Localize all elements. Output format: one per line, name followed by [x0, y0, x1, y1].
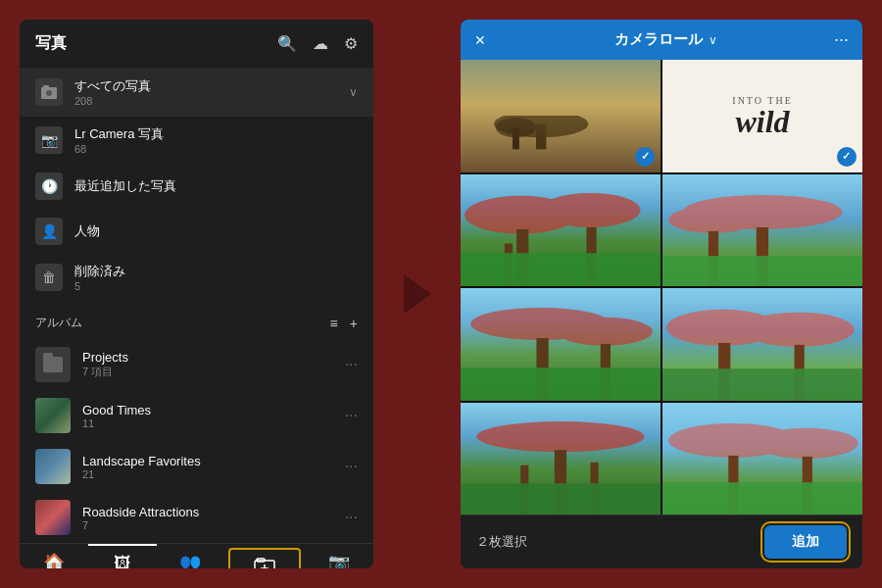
right-title-area: カメラロール ∨ — [498, 30, 834, 49]
photo-cell-wild[interactable]: INTO THE wild ✓ — [662, 60, 862, 172]
projects-count: 7 項目 — [82, 365, 345, 379]
landscape-label: Landscape Favorites — [82, 454, 345, 468]
roadside-more-icon[interactable]: ··· — [345, 509, 358, 526]
all-photos-text: すべての写真 208 — [74, 77, 349, 107]
camera-roll-title: カメラロール — [614, 30, 703, 49]
library-item-recent[interactable]: 🕐 最近追加した写真 — [20, 164, 373, 209]
svg-rect-31 — [662, 368, 862, 400]
nav-camera[interactable]: 📷 カメラ — [305, 544, 373, 568]
photo-grid: ✓ INTO THE wild ✓ — [461, 60, 862, 514]
svg-rect-1 — [43, 85, 49, 88]
album-thumb-goodtimes — [35, 398, 71, 433]
svg-point-23 — [557, 318, 653, 346]
photo-cell-tree6[interactable] — [662, 403, 862, 515]
svg-point-2 — [46, 90, 52, 96]
svg-rect-36 — [461, 483, 661, 514]
album-thumb-landscape — [35, 449, 71, 484]
nav-home[interactable]: 🏠 ホーム — [20, 544, 88, 568]
deleted-count: 5 — [74, 280, 358, 292]
svg-rect-21 — [662, 256, 862, 286]
goodtimes-text: Good Times 11 — [82, 403, 345, 429]
albums-title: アルバム — [35, 315, 82, 331]
svg-point-32 — [477, 421, 645, 452]
photo-cell-tree2[interactable] — [662, 174, 862, 287]
people-icon: 👤 — [35, 218, 63, 245]
deleted-label: 削除済み — [74, 263, 358, 280]
svg-rect-26 — [461, 368, 661, 400]
lr-camera-count: 68 — [74, 143, 358, 155]
svg-point-12 — [541, 193, 641, 227]
photo-cell-tree4[interactable] — [662, 288, 862, 401]
library-item-people[interactable]: 👤 人物 — [20, 209, 373, 254]
photo-cell-tree1[interactable] — [461, 174, 661, 287]
landscape-count: 21 — [82, 468, 345, 480]
all-photos-icon — [35, 78, 63, 106]
roadside-count: 7 — [82, 519, 345, 531]
albums-actions: ≡ + — [330, 316, 358, 331]
people-text: 人物 — [74, 222, 358, 240]
left-panel: 写真 🔍 ☁ ⚙ すべての写真 208 ∨ — [20, 20, 373, 568]
header-icons: 🔍 ☁ ⚙ — [277, 34, 358, 53]
goodtimes-more-icon[interactable]: ··· — [345, 407, 358, 424]
landscape-more-icon[interactable]: ··· — [345, 458, 358, 475]
svg-point-18 — [668, 206, 757, 232]
left-header: 写真 🔍 ☁ ⚙ — [20, 20, 373, 64]
photo-cell-savanna[interactable]: ✓ — [461, 60, 661, 172]
album-item-projects[interactable]: Projects 7 項目 ··· — [20, 339, 373, 390]
app-container: 写真 🔍 ☁ ⚙ すべての写真 208 ∨ — [20, 20, 862, 568]
all-photos-row[interactable]: すべての写真 208 ∨ — [20, 68, 373, 117]
arrow-shape — [404, 274, 431, 314]
svg-point-28 — [743, 313, 855, 347]
add-album-icon[interactable]: + — [350, 316, 358, 331]
library-item-lr-camera[interactable]: 📷 Lr Camera 写真 68 — [20, 117, 373, 164]
wild-text: INTO THE wild — [732, 95, 792, 137]
svg-rect-16 — [461, 253, 661, 286]
photo-cell-tree5[interactable] — [461, 403, 661, 515]
title-chevron-icon: ∨ — [709, 33, 717, 47]
all-photos-count: 208 — [74, 95, 349, 107]
nav-shared[interactable]: 👥 共有済み — [157, 544, 225, 568]
right-panel: ✕ カメラロール ∨ ··· ✓ INTO THE — [461, 20, 862, 568]
folder-icon — [43, 357, 63, 372]
selection-check-2: ✓ — [837, 147, 857, 167]
album-item-roadside[interactable]: Roadside Attractions 7 ··· — [20, 492, 373, 543]
people-label: 人物 — [74, 222, 358, 240]
right-bottom-bar: ２枚選択 追加 — [461, 514, 862, 568]
recent-label: 最近追加した写真 — [74, 177, 358, 195]
sort-icon[interactable]: ≡ — [330, 316, 338, 331]
wild-main-label: wild — [735, 104, 789, 139]
album-item-good-times[interactable]: Good Times 11 ··· — [20, 390, 373, 441]
gear-icon[interactable]: ⚙ — [344, 34, 358, 53]
trash-icon: 🗑 — [35, 264, 63, 291]
projects-more-icon[interactable]: ··· — [345, 356, 358, 373]
album-item-landscape[interactable]: Landscape Favorites 21 ··· — [20, 441, 373, 492]
home-icon: 🏠 — [43, 552, 65, 568]
landscape-text: Landscape Favorites 21 — [82, 454, 345, 480]
selection-count: ２枚選択 — [476, 533, 527, 551]
roadside-label: Roadside Attractions — [82, 505, 345, 519]
albums-header: アルバム ≡ + — [20, 301, 373, 339]
lr-camera-label: Lr Camera 写真 — [74, 125, 358, 143]
right-header: ✕ カメラロール ∨ ··· — [461, 20, 862, 60]
photos-icon: 🖼 — [114, 554, 131, 568]
goodtimes-count: 11 — [82, 417, 345, 429]
library-item-deleted[interactable]: 🗑 削除済み 5 — [20, 254, 373, 301]
more-options-icon[interactable]: ··· — [834, 29, 849, 50]
search-icon[interactable]: 🔍 — [277, 34, 297, 53]
nav-add[interactable]: 追加 — [228, 548, 301, 568]
add-button[interactable]: 追加 — [764, 525, 847, 559]
svg-rect-10 — [513, 127, 519, 149]
selection-check-1: ✓ — [635, 147, 655, 167]
panel-arrow — [403, 274, 431, 314]
projects-text: Projects 7 項目 — [82, 350, 345, 379]
deleted-text: 削除済み 5 — [74, 263, 358, 292]
close-button[interactable]: ✕ — [474, 32, 486, 48]
nav-photos[interactable]: 🖼 写真 — [88, 544, 157, 568]
lr-camera-text: Lr Camera 写真 68 — [74, 125, 358, 155]
photo-cell-tree3[interactable] — [461, 288, 661, 401]
svg-point-38 — [755, 427, 858, 458]
svg-rect-8 — [536, 124, 546, 150]
cloud-icon[interactable]: ☁ — [313, 34, 328, 53]
svg-rect-41 — [662, 482, 862, 514]
chevron-down-icon: ∨ — [349, 85, 358, 99]
